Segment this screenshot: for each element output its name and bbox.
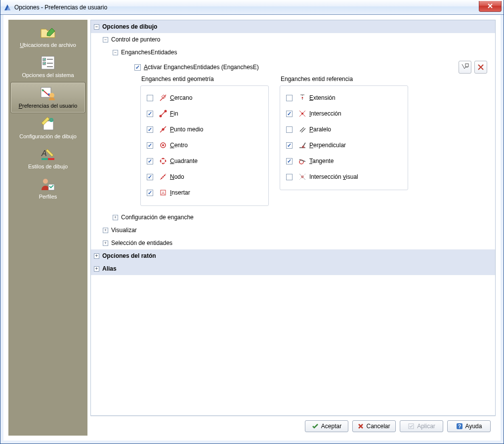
tree-header-mouse-options[interactable]: + Opciones del ratón: [91, 249, 495, 262]
checkbox-intersection[interactable]: [286, 111, 293, 117]
enable-esnaps-checkbox[interactable]: [134, 64, 141, 71]
snap-option-nearest: Cercano: [147, 90, 262, 106]
styles-icon: A: [11, 146, 84, 162]
dialog-buttons: Aceptar Cancelar Aplicar ? Ayuda: [90, 416, 496, 436]
list-check-icon: [11, 55, 84, 71]
tree-item-esnaps[interactable]: − EnganchesEntidades: [91, 46, 495, 59]
tree-item-snap-config[interactable]: + Configuración de enganche: [91, 211, 495, 224]
svg-point-28: [163, 158, 164, 160]
sidebar-item-system-options[interactable]: Opciones del sistema: [10, 52, 85, 82]
clear-all-button[interactable]: [474, 61, 487, 74]
label: Selección de entidades: [111, 240, 172, 246]
sidebar-item-drawing-styles[interactable]: A Estilos de dibujo: [10, 143, 85, 173]
quadrant-icon: [159, 157, 167, 165]
insert-icon: A: [159, 189, 167, 197]
label: Centro: [170, 142, 188, 149]
checkbox-midpoint[interactable]: [147, 126, 153, 133]
checkbox-end[interactable]: [147, 111, 153, 117]
snap-option-quadrant: Cuadrante: [147, 153, 262, 169]
settings-tree: − Opciones de dibujo − Control de punter…: [90, 20, 496, 416]
checkbox-quadrant[interactable]: [147, 158, 153, 164]
svg-rect-18: [465, 64, 468, 67]
label: Intersección: [309, 110, 341, 117]
svg-point-34: [163, 176, 164, 178]
svg-point-10: [49, 93, 54, 98]
checkbox-extension[interactable]: [286, 95, 293, 101]
tree-header-drawing-options[interactable]: − Opciones de dibujo: [91, 20, 495, 33]
cancel-button[interactable]: Cancelar: [352, 420, 396, 432]
label: Estilos de dibujo: [11, 163, 84, 169]
help-button[interactable]: ? Ayuda: [447, 420, 491, 432]
apply-button[interactable]: Aplicar: [400, 420, 443, 432]
label: Punto medio: [170, 126, 203, 133]
tree-item-display[interactable]: + Visualizar: [91, 224, 495, 237]
label: Tangente: [309, 158, 334, 164]
label: Nodo: [170, 173, 184, 180]
sidebar-item-file-locations[interactable]: Ubicaciones de archivo: [10, 22, 85, 52]
label: referencias del usuario: [22, 103, 77, 109]
nearest-icon: [159, 94, 167, 102]
ref-snap-group: ExtensiónIntersecciónParaleloPerpendicul…: [280, 85, 408, 190]
window-title: Opciones - Preferencias de usuario: [14, 4, 479, 11]
collapse-icon[interactable]: −: [94, 24, 99, 30]
snap-option-extension: Extensión: [286, 90, 402, 106]
category-sidebar: Ubicaciones de archivo Opciones del sist…: [8, 20, 87, 436]
collapse-icon[interactable]: −: [113, 50, 118, 55]
close-button[interactable]: [479, 1, 502, 12]
tree-item-pointer-control[interactable]: − Control de puntero: [91, 33, 495, 46]
intersection-icon: [298, 110, 306, 118]
label: Configuración de dibujo: [11, 133, 84, 139]
svg-text:A: A: [162, 191, 165, 196]
checkbox-nearest[interactable]: [147, 95, 153, 101]
snap-option-insert: AInsertar: [147, 185, 262, 201]
svg-point-21: [160, 115, 162, 118]
svg-point-26: [162, 144, 164, 146]
ref-group-title: Enganches entid referencia: [280, 76, 409, 85]
svg-point-35: [164, 175, 166, 176]
checkbox-visual_x[interactable]: [286, 174, 293, 180]
svg-point-30: [163, 163, 164, 164]
label: Cercano: [170, 94, 192, 101]
sidebar-item-drawing-config[interactable]: Configuración de dibujo: [10, 113, 85, 143]
svg-point-43: [301, 113, 303, 115]
label: Fin: [170, 110, 178, 117]
enable-esnaps-row: Activar EnganchesEntidades (EnganchesE): [91, 59, 495, 76]
sidebar-item-user-preferences[interactable]: Preferencias del usuario: [10, 82, 85, 113]
expand-icon[interactable]: +: [103, 241, 108, 246]
expand-icon[interactable]: +: [94, 266, 99, 272]
snap-option-perpendicular: Perpendicular: [286, 137, 402, 153]
expand-icon[interactable]: +: [94, 253, 99, 259]
svg-point-33: [161, 178, 163, 179]
node-icon: [159, 173, 167, 181]
label: Configuración de enganche: [121, 214, 194, 221]
label: Opciones del sistema: [11, 72, 84, 78]
label: Intersección visual: [309, 173, 358, 180]
enable-esnaps-label: Activar EnganchesEntidades (EnganchesE): [144, 64, 259, 71]
ok-button[interactable]: Aceptar: [305, 420, 348, 432]
label: Opciones de dibujo: [102, 23, 157, 30]
tree-item-entity-selection[interactable]: + Selección de entidades: [91, 237, 495, 249]
checkbox-node[interactable]: [147, 174, 153, 180]
label: Extensión: [309, 94, 336, 101]
snap-option-intersection: Intersección: [286, 106, 402, 121]
svg-text:?: ?: [458, 424, 461, 429]
profile-icon: [11, 176, 84, 192]
expand-icon[interactable]: +: [103, 228, 108, 233]
snap-option-parallel: Paralelo: [286, 121, 402, 137]
extension-icon: [298, 94, 306, 102]
tree-header-alias[interactable]: + Alias: [91, 262, 495, 275]
sidebar-item-profiles[interactable]: Perfiles: [10, 173, 85, 203]
svg-point-40: [302, 97, 303, 99]
checkbox-tangent[interactable]: [286, 158, 293, 164]
expand-icon[interactable]: +: [113, 215, 118, 220]
snap-option-end: Fin: [147, 106, 262, 121]
snap-option-visual_x: Intersección visual: [286, 169, 402, 185]
select-all-button[interactable]: [459, 61, 471, 74]
tangent-icon: [298, 157, 306, 165]
checkbox-parallel[interactable]: [286, 126, 293, 133]
collapse-icon[interactable]: −: [103, 37, 108, 42]
svg-point-24: [162, 128, 165, 131]
checkbox-perpendicular[interactable]: [286, 142, 293, 149]
checkbox-insert[interactable]: [147, 190, 153, 196]
checkbox-center[interactable]: [147, 142, 153, 149]
